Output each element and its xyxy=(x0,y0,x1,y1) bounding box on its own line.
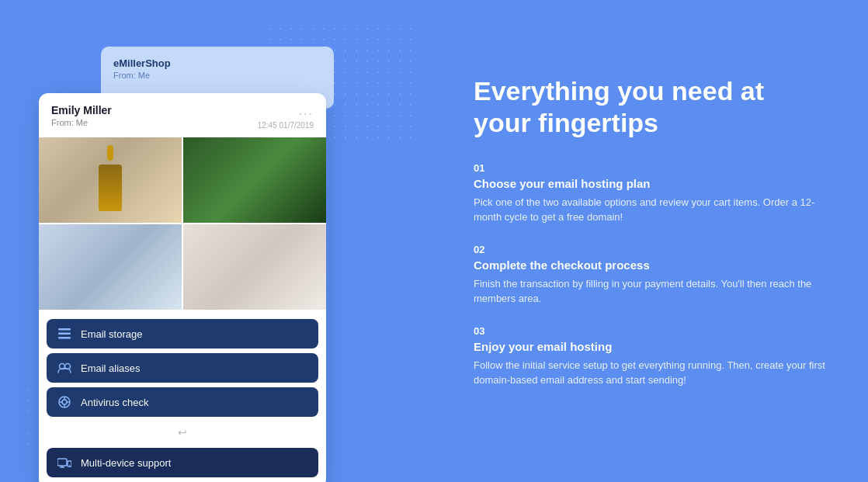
email-aliases-icon xyxy=(57,361,71,375)
svg-point-6 xyxy=(62,400,67,404)
step-3-number: 03 xyxy=(474,325,829,337)
right-panel: Everything you need at your fingertips 0… xyxy=(450,0,868,482)
feature-menu: Email storage Email aliases xyxy=(39,316,326,480)
step-2-title: Complete the checkout process xyxy=(474,258,829,272)
feature-antivirus-check[interactable]: Antivirus check xyxy=(47,387,318,417)
photo-3 xyxy=(39,224,182,310)
main-title-line2: your fingertips xyxy=(474,108,658,137)
antivirus-icon xyxy=(57,395,71,409)
svg-rect-2 xyxy=(58,337,71,339)
antivirus-label: Antivirus check xyxy=(81,397,148,408)
step-1-number: 01 xyxy=(474,162,829,174)
step-3-block: 03 Enjoy your email hosting Follow the i… xyxy=(474,325,829,388)
bg-from-label: From: Me xyxy=(113,71,321,80)
feature-multi-device[interactable]: Multi-device support xyxy=(47,448,318,477)
step-1-block: 01 Choose your email hosting plan Pick o… xyxy=(474,162,829,225)
step-1-title: Choose your email hosting plan xyxy=(474,177,829,190)
step-2-description: Finish the transaction by filling in you… xyxy=(474,276,829,307)
step-2-number: 02 xyxy=(474,244,829,255)
email-storage-label: Email storage xyxy=(81,328,142,340)
feature-email-aliases[interactable]: Email aliases xyxy=(47,353,318,383)
step-3-description: Follow the initial service setup to get … xyxy=(474,358,829,388)
email-header: Emily Miller From: Me ... 12:45 01/7/201… xyxy=(39,93,326,137)
shop-name: eMillerShop xyxy=(113,57,321,69)
photo-2 xyxy=(183,137,326,223)
step-2-block: 02 Complete the checkout process Finish … xyxy=(474,244,829,307)
sender-name: Emily Miller xyxy=(51,104,112,116)
main-email-card: Emily Miller From: Me ... 12:45 01/7/201… xyxy=(39,93,326,482)
email-dots[interactable]: ... xyxy=(258,104,314,118)
main-title-line1: Everything you need at xyxy=(474,76,764,106)
feature-email-storage[interactable]: Email storage xyxy=(47,319,318,348)
photo-1 xyxy=(39,137,182,223)
email-storage-icon xyxy=(57,327,71,341)
email-time: 12:45 01/7/2019 xyxy=(258,121,314,130)
photo-grid xyxy=(39,137,326,310)
sender-info: Emily Miller From: Me xyxy=(51,104,112,127)
left-panel: eMillerShop From: Me Emily Miller From: … xyxy=(0,0,450,482)
email-aliases-label: Email aliases xyxy=(81,362,141,374)
main-title: Everything you need at your fingertips xyxy=(474,75,829,139)
multi-device-icon xyxy=(57,456,71,470)
reply-icon-area: ↩ xyxy=(47,421,318,443)
email-meta: ... 12:45 01/7/2019 xyxy=(258,104,314,130)
svg-rect-0 xyxy=(58,328,71,331)
svg-rect-1 xyxy=(58,333,71,335)
photo-4 xyxy=(183,224,326,310)
multi-device-label: Multi-device support xyxy=(81,457,171,469)
svg-rect-11 xyxy=(57,459,67,466)
step-3-title: Enjoy your email hosting xyxy=(474,340,829,353)
step-1-description: Pick one of the two available options an… xyxy=(474,195,829,225)
email-from-label: From: Me xyxy=(51,118,112,127)
reply-icon: ↩ xyxy=(178,426,187,439)
